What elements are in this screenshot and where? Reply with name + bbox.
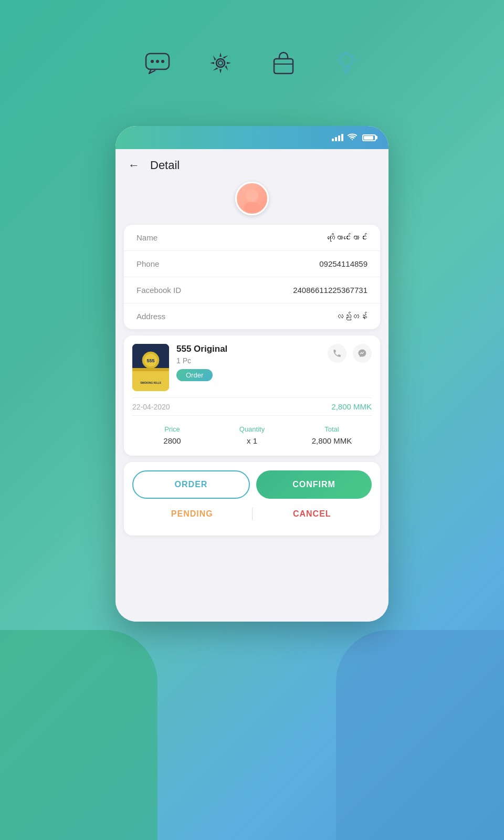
confirm-button[interactable]: CONFIRM — [256, 470, 372, 499]
bg-shape-right — [336, 630, 504, 840]
facebook-label: Facebook ID — [136, 286, 181, 295]
top-icons-bar — [142, 47, 362, 79]
status-bar — [116, 126, 388, 149]
phone-value: 09254114859 — [319, 259, 368, 268]
bag-icon[interactable] — [268, 47, 299, 79]
name-row: Name ကိုကောင်းကောင်း — [124, 225, 380, 251]
wifi-icon — [348, 133, 357, 142]
product-date: 22-04-2020 — [132, 403, 170, 411]
address-value: လည်းတန်း — [335, 312, 368, 321]
product-name: 555 Original — [176, 344, 320, 354]
svg-point-18 — [246, 190, 258, 202]
quantity-col-value: x 1 — [212, 436, 292, 445]
chat-icon[interactable] — [142, 47, 173, 79]
svg-text:SMOKING KILLS: SMOKING KILLS — [140, 381, 161, 384]
svg-line-13 — [338, 55, 340, 56]
customer-info-card: Name ကိုကောင်းကောင်း Phone 09254114859 F… — [124, 225, 380, 329]
facebook-row: Facebook ID 24086611225367731 — [124, 277, 380, 303]
phone-row: Phone 09254114859 — [124, 251, 380, 277]
quantity-column: Quantity x 1 — [212, 425, 292, 445]
page-title: Detail — [150, 159, 180, 172]
svg-point-3 — [161, 60, 164, 63]
svg-point-19 — [244, 202, 260, 212]
product-card: 555 SMOKING KILLS 555 Original 1 Pc Orde… — [124, 335, 380, 456]
svg-point-5 — [216, 59, 225, 67]
address-row: Address လည်းတန်း — [124, 303, 380, 329]
svg-text:555: 555 — [146, 358, 154, 363]
pending-button[interactable]: PENDING — [132, 501, 252, 527]
price-col-label: Price — [132, 425, 212, 433]
quantity-col-label: Quantity — [212, 425, 292, 433]
facebook-value: 24086611225367731 — [293, 286, 368, 295]
price-table: Price 2800 Quantity x 1 Total 2,800 MMK — [132, 420, 372, 447]
price-col-value: 2800 — [132, 436, 212, 445]
back-button[interactable]: ← — [128, 159, 140, 172]
product-info: 555 Original 1 Pc Order — [176, 344, 320, 381]
messenger-action-icon[interactable] — [353, 344, 372, 363]
svg-point-6 — [218, 61, 223, 65]
product-actions — [328, 344, 372, 363]
secondary-action-buttons: PENDING CANCEL — [132, 501, 372, 527]
svg-line-14 — [353, 55, 355, 56]
svg-point-1 — [151, 60, 154, 63]
signal-bar-1 — [332, 139, 334, 141]
signal-bar-4 — [341, 134, 343, 141]
total-col-value: 2,800 MMK — [292, 436, 372, 445]
header: ← Detail — [116, 149, 388, 182]
total-column: Total 2,800 MMK — [292, 425, 372, 445]
svg-rect-7 — [274, 59, 293, 74]
signal-bar-2 — [335, 137, 337, 141]
product-price-summary: 2,800 MMK — [331, 402, 372, 411]
phone-frame: ← Detail Name ကိုကောင်းကောင်း Phone 0925… — [116, 126, 388, 622]
bg-shape-left — [0, 630, 158, 840]
status-icons — [332, 133, 376, 142]
cancel-button[interactable]: CANCEL — [253, 501, 372, 527]
main-action-buttons: ORDER CONFIRM — [132, 470, 372, 499]
app-content: ← Detail Name ကိုကောင်းကောင်း Phone 0925… — [116, 149, 388, 622]
name-label: Name — [136, 233, 158, 242]
order-button[interactable]: ORDER — [132, 470, 250, 499]
avatar — [235, 182, 269, 215]
phone-label: Phone — [136, 259, 159, 268]
bottom-buttons: ORDER CONFIRM PENDING CANCEL — [124, 462, 380, 536]
product-image: 555 SMOKING KILLS — [132, 344, 169, 391]
gear-icon[interactable] — [205, 47, 236, 79]
svg-point-17 — [352, 139, 353, 140]
signal-bars — [332, 134, 343, 141]
battery-icon — [362, 134, 376, 141]
product-date-row: 22-04-2020 2,800 MMK — [132, 397, 372, 416]
product-quantity: 1 Pc — [176, 356, 320, 365]
svg-point-9 — [340, 54, 353, 66]
address-label: Address — [136, 312, 165, 321]
product-header: 555 SMOKING KILLS 555 Original 1 Pc Orde… — [132, 344, 372, 391]
name-value: ကိုကောင်းကောင်း — [327, 233, 368, 242]
signal-bar-3 — [338, 135, 340, 141]
price-column: Price 2800 — [132, 425, 212, 445]
order-badge: Order — [176, 369, 213, 381]
bulb-icon[interactable] — [331, 47, 362, 79]
svg-point-2 — [156, 60, 159, 63]
phone-action-icon[interactable] — [328, 344, 346, 363]
total-col-label: Total — [292, 425, 372, 433]
avatar-area — [116, 182, 388, 220]
